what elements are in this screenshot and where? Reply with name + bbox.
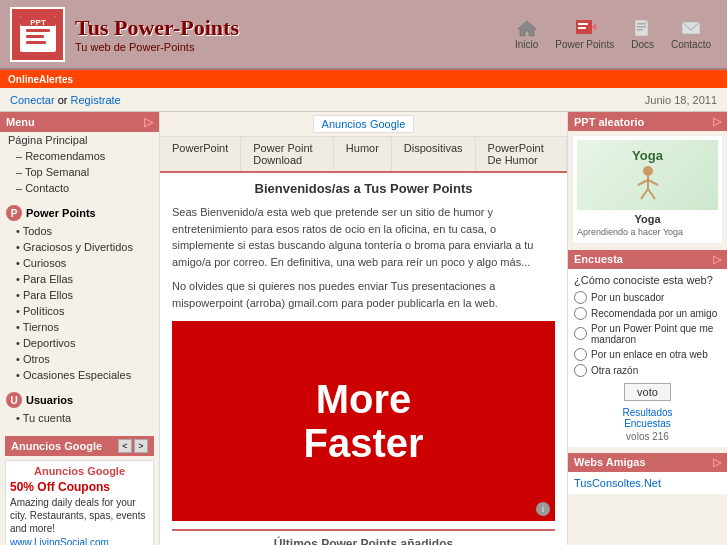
sidebar-item-contacto[interactable]: – Contacto xyxy=(0,180,159,196)
webs-box: TusConsoltes.Net xyxy=(568,472,727,494)
google-ads-label: Anuncios Google xyxy=(10,465,149,477)
radio-amigo: Recomendada por un amigo xyxy=(574,307,721,320)
svg-rect-11 xyxy=(635,20,648,36)
radio-amigo-input[interactable] xyxy=(574,307,587,320)
svg-point-17 xyxy=(643,166,653,176)
tab-powerpoint[interactable]: PowerPoint xyxy=(160,137,241,171)
svg-rect-5 xyxy=(26,41,46,44)
ad-banner-google[interactable]: Anuncios Google xyxy=(313,115,415,133)
sidebar-item-tiernos[interactable]: • Tiernos xyxy=(0,319,159,335)
connect-link[interactable]: Conectar xyxy=(10,94,55,106)
ppt-title-label: Yoga xyxy=(577,213,718,225)
info-icon: i xyxy=(536,502,550,516)
radio-otra: Otra razón xyxy=(574,364,721,377)
sidebar-item-ocasiones[interactable]: • Ocasiones Especiales xyxy=(0,367,159,383)
svg-line-20 xyxy=(648,180,658,185)
sidebar-usuarios-section: U Usuarios • Tu cuenta xyxy=(0,388,159,426)
tab-dispositivas[interactable]: Dispositivas xyxy=(392,137,476,171)
yoga-thumbnail: Yoga xyxy=(577,140,718,210)
sidebar-item-deportivos[interactable]: • Deportivos xyxy=(0,335,159,351)
content-area: Anuncios Google PowerPoint Power Point D… xyxy=(160,112,567,545)
radio-otra-input[interactable] xyxy=(574,364,587,377)
connect-links: Conectar or Registrate xyxy=(10,94,121,106)
sidebar-item-politicos[interactable]: • Políticos xyxy=(0,303,159,319)
ads-content: 50% Off Coupons Amazing daily deals for … xyxy=(10,480,149,545)
sidebar-item-graciosos[interactable]: • Graciosos y Divertidos xyxy=(0,239,159,255)
tab-humor[interactable]: Humor xyxy=(334,137,392,171)
ads-offer[interactable]: 50% Off Coupons xyxy=(10,480,149,494)
webs-link[interactable]: TusConsoltes.Net xyxy=(574,477,661,489)
radio-powerpoint-input[interactable] xyxy=(574,327,587,340)
radio-enlace-input[interactable] xyxy=(574,348,587,361)
encuesta-box: ¿Cómo conociste esta web? Por un buscado… xyxy=(568,269,727,447)
register-link[interactable]: Registrate xyxy=(71,94,121,106)
tab-download[interactable]: Power Point Download xyxy=(241,137,334,171)
ppt-desc: Aprendiendo a hacer Yoga xyxy=(577,227,718,239)
sidebar-item-tu-cuenta[interactable]: • Tu cuenta xyxy=(0,410,159,426)
docs-icon xyxy=(632,19,654,37)
logo-area: PPT Tus Power-Points Tu web de Power-Poi… xyxy=(10,7,239,62)
votos: volos 216 xyxy=(574,431,721,442)
nav-docs[interactable]: Docs xyxy=(625,16,660,53)
encuestas-link[interactable]: Encuestas xyxy=(574,418,721,429)
sidebar-item-para-ellas[interactable]: • Para Ellas xyxy=(0,271,159,287)
radio-buscador-input[interactable] xyxy=(574,291,587,304)
ppt-header-icon: ▷ xyxy=(713,115,721,128)
sidebar-item-recomendamos[interactable]: – Recomendamos xyxy=(0,148,159,164)
radio-enlace: Por un enlace en otra web xyxy=(574,348,721,361)
home-icon xyxy=(516,19,538,37)
encuesta-links: Resultados Encuestas xyxy=(574,407,721,429)
svg-text:PPT: PPT xyxy=(30,18,46,27)
sidebar-pp-section: P Power Points • Todos • Graciosos y Div… xyxy=(0,201,159,383)
vote-button[interactable]: voto xyxy=(624,383,671,401)
alert-bar: OnlineAlertes xyxy=(0,70,727,88)
nav-power-points[interactable]: Power Points xyxy=(549,16,620,53)
ads-prev-btn[interactable]: < xyxy=(118,439,132,453)
ads-url[interactable]: www.LivingSocial.com xyxy=(10,537,149,545)
ppt-section: PPT aleatorio ▷ Yoga xyxy=(568,112,727,244)
logo-icon: PPT xyxy=(18,14,58,54)
ppt-header: PPT aleatorio ▷ xyxy=(568,112,727,131)
svg-rect-14 xyxy=(637,29,643,31)
svg-line-19 xyxy=(638,180,648,185)
tab-humor-pp[interactable]: PowerPoint De Humor xyxy=(476,137,567,171)
menu-header-icon: ▷ xyxy=(144,115,153,129)
sidebar-item-pagina-principal[interactable]: Página Principal xyxy=(0,132,159,148)
svg-marker-6 xyxy=(518,21,536,36)
sidebar-item-otros[interactable]: • Otros xyxy=(0,351,159,367)
webs-section: Webs Amigas ▷ TusConsoltes.Net xyxy=(568,453,727,494)
sidebar-item-todos[interactable]: • Todos xyxy=(0,223,159,239)
encuesta-header: Encuesta ▷ xyxy=(568,250,727,269)
webs-header: Webs Amigas ▷ xyxy=(568,453,727,472)
sidebar-usuarios-title: U Usuarios xyxy=(0,388,159,410)
svg-rect-13 xyxy=(637,26,646,28)
sidebar-item-curiosos[interactable]: • Curiosos xyxy=(0,255,159,271)
yoga-title: Yoga xyxy=(632,148,663,163)
logo-box: PPT xyxy=(10,7,65,62)
powerpoints-icon xyxy=(574,19,596,37)
ads-next-btn[interactable]: > xyxy=(134,439,148,453)
sidebar-item-para-ellos[interactable]: • Para Ellos xyxy=(0,287,159,303)
resultados-link[interactable]: Resultados xyxy=(574,407,721,418)
sidebar-item-top-semanal[interactable]: – Top Semanal xyxy=(0,164,159,180)
svg-rect-9 xyxy=(578,23,588,25)
google-ads-box: Anuncios Google 50% Off Coupons Amazing … xyxy=(5,460,154,545)
svg-marker-8 xyxy=(592,23,596,31)
nav-contacto[interactable]: Contacto xyxy=(665,16,717,53)
ads-header: Anuncios Google < > xyxy=(5,436,154,456)
nav-inicio[interactable]: Inicio xyxy=(509,16,544,53)
banner-text: More Faster xyxy=(303,377,423,465)
main-banner: More Faster i xyxy=(172,321,555,521)
nav-top: Inicio Power Points Docs xyxy=(509,16,717,53)
yoga-figure xyxy=(623,163,673,203)
ppt-box: Yoga Yoga Aprendiendo a hacer Yoga xyxy=(572,135,723,244)
mail-icon xyxy=(680,19,702,37)
sidebar-pp-title: P Power Points xyxy=(0,201,159,223)
ad-banner-row: Anuncios Google xyxy=(160,112,567,137)
encuesta-header-icon: ▷ xyxy=(713,253,721,266)
svg-line-21 xyxy=(641,189,648,199)
email-note: No olvides que si quieres nos puedes env… xyxy=(172,278,555,311)
radio-buscador: Por un buscador xyxy=(574,291,721,304)
nav-tabs: PowerPoint Power Point Download Humor Di… xyxy=(160,137,567,173)
right-sidebar: PPT aleatorio ▷ Yoga xyxy=(567,112,727,545)
